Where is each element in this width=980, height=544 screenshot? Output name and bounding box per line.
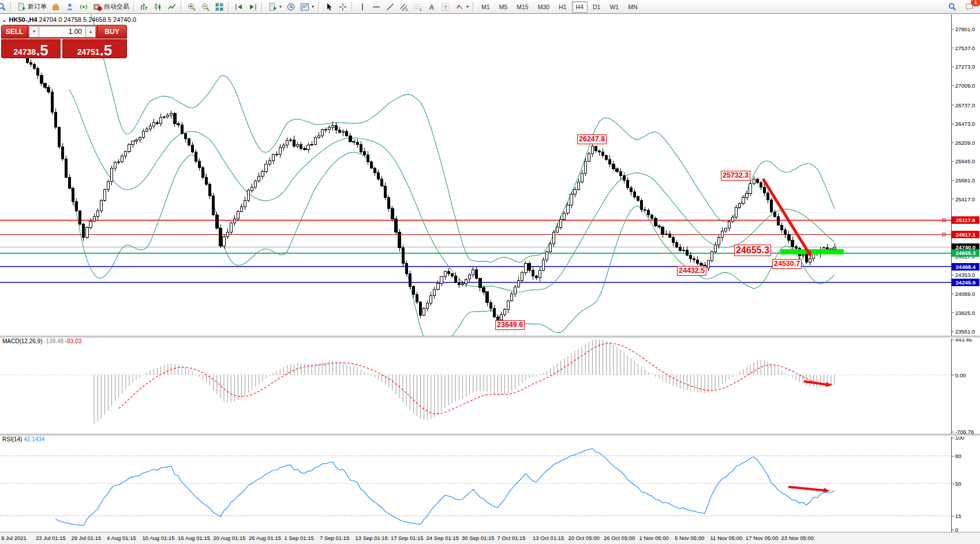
volume-input[interactable]: 1.00 <box>39 26 85 37</box>
period-button[interactable] <box>284 1 298 13</box>
arrows-button[interactable]: ▾ <box>452 1 471 13</box>
trendline-icon <box>386 2 395 12</box>
community-button[interactable] <box>63 1 77 13</box>
timeframe-button-h4[interactable]: H4 <box>572 1 588 13</box>
market-watch-button[interactable] <box>49 1 63 13</box>
time-axis-label: 13 Oct 01:15 <box>533 535 564 541</box>
crosshair-button[interactable] <box>336 1 350 13</box>
vertical-line-icon <box>358 2 367 12</box>
toolbar-separator <box>318 2 320 12</box>
highlight-zone[interactable] <box>780 249 844 254</box>
horizontal-line-button[interactable] <box>369 1 383 13</box>
channel-button[interactable]: E <box>397 1 411 13</box>
timeframe-button-h1[interactable]: H1 <box>555 1 570 13</box>
time-axis-label: 13 Sep 01:15 <box>356 535 388 541</box>
autotrade-button[interactable]: 自动交易 <box>91 1 132 13</box>
signals-button[interactable] <box>77 1 91 13</box>
volume-increase-button[interactable]: ▴ <box>85 26 96 37</box>
price-annotation[interactable]: 23649.6 <box>495 320 525 330</box>
chart-shift-button[interactable] <box>246 1 260 13</box>
text-icon: A <box>427 2 436 12</box>
toolbar-separator <box>228 2 230 12</box>
timeframe-button-mn[interactable]: MN <box>624 1 641 13</box>
price-annotation[interactable]: 24432.5 <box>677 266 706 276</box>
time-axis-label: 9 Jul 2021 <box>1 535 27 541</box>
dropdown-caret-icon[interactable]: ▾ <box>312 4 314 9</box>
clipped-icon[interactable] <box>0 1 9 13</box>
arrow-object[interactable] <box>788 487 830 493</box>
price-annotation[interactable]: 24655.3 <box>734 245 771 256</box>
chat-button[interactable]: 1 <box>963 1 977 13</box>
text-button[interactable]: A <box>425 1 439 13</box>
timeframe-button-m30[interactable]: M30 <box>534 1 553 13</box>
time-axis[interactable]: 9 Jul 202123 Jul 01:1529 Jul 01:154 Aug … <box>0 532 980 544</box>
zoom-in-button[interactable] <box>185 1 199 13</box>
buy-button[interactable]: BUY <box>97 25 127 39</box>
price-axis-tick: 27273.0 <box>955 63 975 70</box>
arrow-object[interactable] <box>804 381 832 387</box>
timeframe-button-m15[interactable]: M15 <box>513 1 532 13</box>
time-axis-label: 24 Sep 01:15 <box>427 535 459 541</box>
cursor-button[interactable] <box>322 1 336 13</box>
price-badge: 24917.1 <box>952 231 979 238</box>
label-button[interactable]: T <box>439 1 452 13</box>
bar-chart-button[interactable] <box>137 1 151 13</box>
fibonacci-icon: F <box>413 2 422 12</box>
vertical-line-button[interactable] <box>356 1 369 13</box>
svg-text:E: E <box>406 7 408 11</box>
tile-windows-icon <box>215 2 224 12</box>
price-chart-canvas[interactable] <box>0 14 980 544</box>
template-button[interactable]: ▾ <box>298 1 316 13</box>
line-chart-button[interactable] <box>165 1 179 13</box>
dropdown-caret-icon[interactable]: ▾ <box>279 4 282 9</box>
sell-price[interactable]: 24738.5 <box>1 39 61 58</box>
time-axis-label: 26 Oct 05:00 <box>604 535 635 541</box>
market-watch-icon <box>51 2 61 12</box>
buy-price[interactable]: 24751.5 <box>62 39 127 58</box>
timeframe-button-m1[interactable]: M1 <box>477 1 494 13</box>
price-axis-tick: 25417.0 <box>955 196 975 202</box>
template-icon <box>300 2 309 12</box>
time-axis-label: 1 Sep 01:15 <box>285 535 314 541</box>
rsi-plot <box>0 449 951 526</box>
volume-decrease-button[interactable]: ▾ <box>29 26 39 37</box>
price-axis-tick: 23561.0 <box>955 328 975 335</box>
collapse-caret-icon[interactable]: ▴ <box>3 17 6 23</box>
price-annotation[interactable]: 25732.3 <box>721 171 750 181</box>
candlestick-chart-button[interactable] <box>151 1 165 13</box>
timeframe-button-w1[interactable]: W1 <box>605 1 623 13</box>
zoom-out-button[interactable] <box>199 1 212 13</box>
fibonacci-button[interactable]: F <box>411 1 425 13</box>
symbol-period-label: HK50-,H4 <box>9 16 38 23</box>
search-button[interactable] <box>945 1 959 13</box>
price-axis-tick: 23825.0 <box>955 309 975 316</box>
dropdown-caret-icon[interactable]: ▾ <box>466 4 469 9</box>
price-axis-tick: 26473.0 <box>955 121 975 127</box>
new-order-icon <box>17 2 26 12</box>
line-chart-icon <box>167 2 177 12</box>
price-axis-tick: 24089.0 <box>955 290 975 297</box>
timeframe-button-d1[interactable]: D1 <box>589 1 604 13</box>
chart-title: ▴ HK50-,H4 24704.0 24758.5 24658.5 24740… <box>3 16 136 23</box>
time-axis-label: 5 Nov 05:00 <box>675 535 704 541</box>
time-axis-label: 30 Sep 01:15 <box>462 535 495 541</box>
sell-button[interactable]: SELL <box>1 25 28 39</box>
new-order-button[interactable]: 新订单 <box>14 1 49 13</box>
tile-windows-button[interactable] <box>212 1 226 13</box>
auto-scroll-button[interactable] <box>232 1 246 13</box>
price-axis-tick: 27801.0 <box>955 26 975 32</box>
search-icon <box>948 2 957 12</box>
mt4-window: 新订单自动交易▾▾EFAT▾M1M5M15M30H1H4D1W1MN1 ▴ HK… <box>0 0 980 544</box>
macd-pane-splitter[interactable] <box>0 336 980 339</box>
price-axis-tick: 27009.0 <box>955 82 975 88</box>
price-annotation[interactable]: 26247.8 <box>577 134 607 144</box>
price-axis-tick: 26209.0 <box>955 139 975 145</box>
trendline-button[interactable] <box>383 1 397 13</box>
time-axis-label: 17 Nov 05:00 <box>746 535 779 541</box>
timeframe-button-m5[interactable]: M5 <box>495 1 512 13</box>
new-chart-button[interactable]: ▾ <box>265 1 284 13</box>
time-axis-label: 23 Jul 01:15 <box>36 535 66 541</box>
rsi-pane-splitter[interactable] <box>0 434 980 437</box>
time-axis-label: 26 Aug 01:15 <box>249 535 281 541</box>
price-annotation[interactable]: 24530.7 <box>772 259 802 269</box>
